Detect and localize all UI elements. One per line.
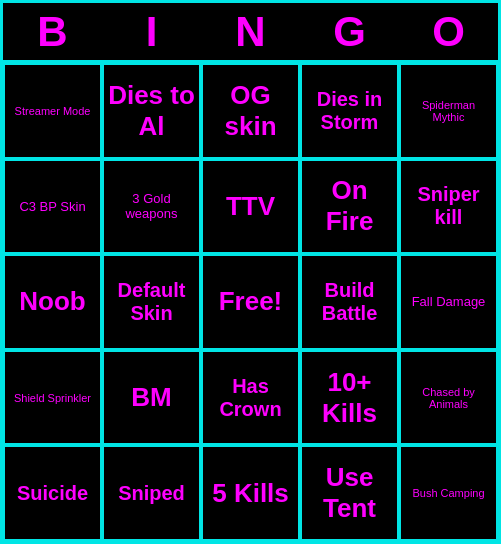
- bingo-cell-3: Dies in Storm: [300, 63, 399, 159]
- bingo-cell-10: Noob: [3, 254, 102, 350]
- bingo-header: BINGO: [3, 3, 498, 63]
- bingo-cell-6: 3 Gold weapons: [102, 159, 201, 255]
- bingo-cell-4: Spiderman Mythic: [399, 63, 498, 159]
- bingo-cell-15: Shield Sprinkler: [3, 350, 102, 446]
- bingo-cell-21: Sniped: [102, 445, 201, 541]
- bingo-cell-12: Free!: [201, 254, 300, 350]
- header-letter-b: B: [3, 8, 102, 56]
- bingo-cell-13: Build Battle: [300, 254, 399, 350]
- bingo-grid: Streamer ModeDies to AlOG skinDies in St…: [3, 63, 498, 541]
- bingo-card: BINGO Streamer ModeDies to AlOG skinDies…: [0, 0, 501, 544]
- header-letter-g: G: [300, 8, 399, 56]
- header-letter-o: O: [399, 8, 498, 56]
- bingo-cell-17: Has Crown: [201, 350, 300, 446]
- bingo-cell-23: Use Tent: [300, 445, 399, 541]
- bingo-cell-7: TTV: [201, 159, 300, 255]
- bingo-cell-5: C3 BP Skin: [3, 159, 102, 255]
- bingo-cell-11: Default Skin: [102, 254, 201, 350]
- bingo-cell-16: BM: [102, 350, 201, 446]
- bingo-cell-1: Dies to Al: [102, 63, 201, 159]
- bingo-cell-14: Fall Damage: [399, 254, 498, 350]
- bingo-cell-2: OG skin: [201, 63, 300, 159]
- bingo-cell-8: On Fire: [300, 159, 399, 255]
- header-letter-n: N: [201, 8, 300, 56]
- bingo-cell-9: Sniper kill: [399, 159, 498, 255]
- bingo-cell-19: Chased by Animals: [399, 350, 498, 446]
- bingo-cell-18: 10+ Kills: [300, 350, 399, 446]
- header-letter-i: I: [102, 8, 201, 56]
- bingo-cell-0: Streamer Mode: [3, 63, 102, 159]
- bingo-cell-22: 5 Kills: [201, 445, 300, 541]
- bingo-cell-20: Suicide: [3, 445, 102, 541]
- bingo-cell-24: Bush Camping: [399, 445, 498, 541]
